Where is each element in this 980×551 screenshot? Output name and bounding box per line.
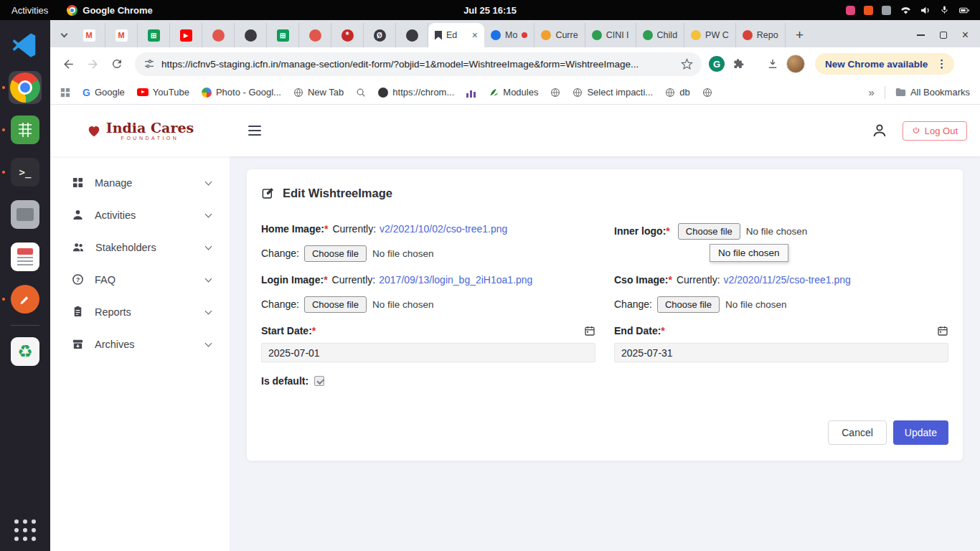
grammar-extension-icon[interactable]: G <box>709 56 725 72</box>
site-settings-icon[interactable] <box>143 58 155 70</box>
kebab-menu-icon[interactable]: ⋮ <box>933 57 950 70</box>
login-image-change-row: Change: Choose file No file chosen <box>261 295 595 314</box>
activities-button[interactable]: Activities <box>0 0 60 20</box>
required-asterisk: * <box>324 274 327 286</box>
choose-file-button[interactable]: Choose file <box>304 296 367 313</box>
tab-site[interactable] <box>235 23 267 47</box>
tray-app-icon[interactable] <box>882 6 891 15</box>
dock-spreadsheet-icon[interactable] <box>9 113 42 146</box>
clock[interactable]: Jul 25 16:15 <box>463 5 517 16</box>
cancel-button[interactable]: Cancel <box>828 420 887 445</box>
tab-site[interactable] <box>299 23 331 47</box>
chevron-down-icon <box>205 275 212 282</box>
tab-repo[interactable]: Repo <box>736 23 786 47</box>
cso-image-label: Cso Image: <box>614 274 668 286</box>
required-asterisk: * <box>666 225 669 237</box>
all-bookmarks-button[interactable]: All Bookmarks <box>895 87 970 98</box>
tab-gmail[interactable]: M <box>73 23 105 47</box>
hamburger-menu-icon[interactable] <box>248 126 261 136</box>
bookmark-youtube[interactable]: YouTube <box>137 87 189 98</box>
search-icon[interactable] <box>356 88 366 98</box>
tab-sheets[interactable]: ⊞ <box>267 23 299 47</box>
dock-chrome-icon[interactable] <box>9 71 42 104</box>
calendar-icon[interactable] <box>937 325 948 336</box>
bookmark-new-tab[interactable]: New Tab <box>293 87 344 98</box>
bookmark-db[interactable]: db <box>665 87 689 98</box>
cso-image-link[interactable]: v2/2020/11/25/cso-tree1.png <box>724 274 851 286</box>
tab-child[interactable]: Child <box>636 23 685 47</box>
focused-app-indicator[interactable]: Google Chrome <box>60 5 160 16</box>
dock-editor-icon[interactable] <box>9 283 42 316</box>
tab-site[interactable]: Ø <box>364 23 396 47</box>
tray-app-icon[interactable] <box>864 6 873 15</box>
chrome-update-chip[interactable]: New Chrome available ⋮ <box>815 53 954 75</box>
user-icon[interactable] <box>871 122 888 139</box>
tab-youtube[interactable]: ▶ <box>170 23 202 47</box>
restore-icon[interactable] <box>940 32 947 39</box>
back-button[interactable] <box>57 53 79 75</box>
downloads-button[interactable] <box>762 53 783 75</box>
tab-pw[interactable]: PW C <box>684 23 736 47</box>
globe-icon[interactable] <box>702 88 712 98</box>
tab-site[interactable]: * <box>331 23 364 47</box>
bookmark-photos[interactable]: Photo - Googl... <box>202 87 281 98</box>
is-default-checkbox[interactable] <box>314 376 324 386</box>
tab-sheets[interactable]: ⊞ <box>138 23 170 47</box>
tab-cini[interactable]: CINI I <box>585 23 636 47</box>
sidebar-item-archives[interactable]: Archives <box>50 328 230 360</box>
sidebar-item-activities[interactable]: Activities <box>50 199 230 231</box>
tab-close-icon[interactable]: × <box>472 29 478 41</box>
tab-search-chevron-icon[interactable] <box>55 23 73 47</box>
question-circle-icon: ? <box>72 273 84 286</box>
apps-grid-icon[interactable] <box>60 88 70 98</box>
system-tray[interactable] <box>846 5 980 15</box>
home-image-link[interactable]: v2/2021/10/02/cso-tree1.png <box>380 223 507 235</box>
dock-files-icon[interactable] <box>9 198 42 231</box>
minimize-icon[interactable] <box>917 34 925 36</box>
choose-file-button[interactable]: Choose file <box>678 223 740 240</box>
brand-logo[interactable]: India Cares FOUNDATION <box>50 121 230 141</box>
tab-site[interactable] <box>396 23 428 47</box>
url-text[interactable]: https://icfnv5-staging.icfn.in/manage-se… <box>161 59 674 70</box>
calendar-icon[interactable] <box>584 325 595 336</box>
bookmark-star-icon[interactable] <box>681 58 693 70</box>
sidebar-item-faq[interactable]: ? FAQ <box>50 263 230 296</box>
tab-current[interactable]: Curre <box>534 23 585 47</box>
dock-recycle-app-icon[interactable]: ♻ <box>9 335 42 368</box>
dock-vscode-icon[interactable] <box>9 29 42 62</box>
globe-icon[interactable] <box>550 88 560 98</box>
new-tab-button[interactable]: + <box>790 25 810 45</box>
tray-app-icon[interactable] <box>846 6 855 15</box>
address-bar[interactable]: https://icfnv5-staging.icfn.in/manage-se… <box>135 52 702 76</box>
sidebar-item-reports[interactable]: Reports <box>50 296 230 328</box>
bookmark-google[interactable]: GGoogle <box>83 87 125 98</box>
choose-file-button[interactable]: Choose file <box>304 245 367 262</box>
login-image-link[interactable]: 2017/09/13/login_bg_2iH1oa1.png <box>379 274 532 286</box>
bookmark-modules[interactable]: Modules <box>489 87 538 98</box>
choose-file-button[interactable]: Choose file <box>657 296 720 313</box>
end-date-input[interactable] <box>614 343 948 362</box>
close-icon[interactable]: × <box>962 29 969 41</box>
logout-button[interactable]: Log Out <box>903 121 967 141</box>
sidebar-item-stakeholders[interactable]: Stakeholders <box>50 231 230 263</box>
bookmark-select-impact[interactable]: Select impacti... <box>573 87 653 98</box>
profile-avatar[interactable] <box>786 55 805 73</box>
show-applications-button[interactable] <box>14 519 36 541</box>
bar-chart-icon[interactable] <box>466 87 477 98</box>
extensions-puzzle-icon[interactable] <box>727 53 749 75</box>
update-button[interactable]: Update <box>893 420 948 445</box>
tab-gmail[interactable]: M <box>105 23 138 47</box>
sidebar-item-manage[interactable]: Manage <box>50 166 230 199</box>
reload-button[interactable] <box>106 53 128 75</box>
tab-site[interactable] <box>202 23 235 47</box>
chevron-down-icon <box>205 210 212 217</box>
start-date-input[interactable] <box>261 343 595 362</box>
cso-image-row: Cso Image:* Currently: v2/2020/11/25/cso… <box>614 273 948 287</box>
forward-button[interactable] <box>82 53 103 75</box>
dock-document-icon[interactable] <box>9 240 42 273</box>
active-tab-edit-form[interactable]: Ed × <box>428 23 484 47</box>
dock-terminal-icon[interactable]: >_ <box>9 156 42 189</box>
bookmark-chrome-link[interactable]: https://chrom... <box>378 87 454 98</box>
tab-meet[interactable]: Mo <box>484 23 534 47</box>
bookmarks-overflow-chevron[interactable]: » <box>869 86 875 98</box>
